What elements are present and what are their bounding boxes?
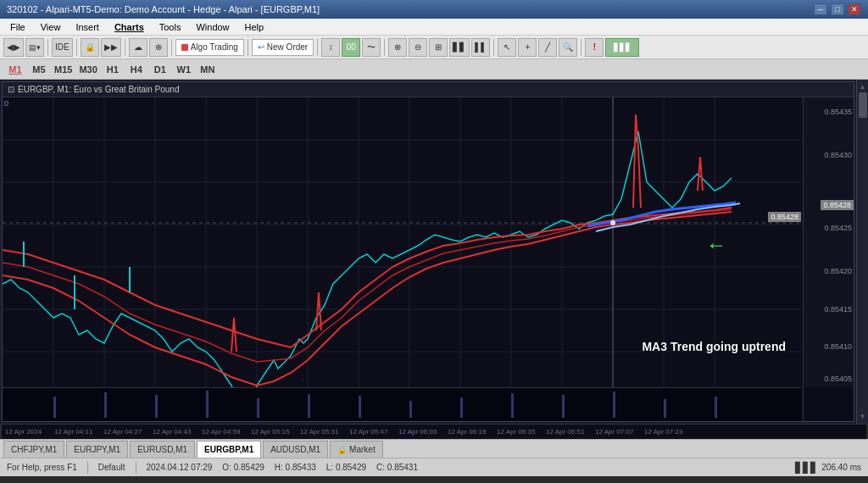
tab-eurjpy[interactable]: EURJPY,M1 [66, 441, 128, 458]
price-label-highlight: 0.85428 [821, 200, 854, 210]
status-close: C: 0.85431 [376, 463, 418, 472]
status-open: O: 0.85429 [222, 463, 264, 472]
scroll-up-btn[interactable]: ▲ [860, 83, 866, 91]
tf-m15[interactable]: M15 [51, 61, 75, 78]
title-bar: 320102 - Alpari-MT5-Demo: Demo Account -… [0, 0, 868, 19]
scroll-down-btn[interactable]: ▼ [860, 413, 866, 420]
time-label-11: 12 Apr 06:51 [546, 428, 595, 436]
close-button[interactable]: ✕ [848, 3, 861, 15]
price-label-1: 0.85435 [824, 108, 852, 116]
sep7 [384, 39, 385, 56]
time-label-10: 12 Apr 06:35 [497, 428, 546, 436]
tab-eurusd[interactable]: EURUSD,M1 [130, 441, 195, 458]
time-label-9: 12 Apr 06:19 [448, 428, 497, 436]
tf-mn[interactable]: MN [196, 61, 220, 78]
scroll-thumb[interactable] [859, 92, 867, 118]
current-price-marker: 0.85428 [768, 212, 801, 222]
sep6 [317, 39, 318, 56]
menu-file[interactable]: File [3, 19, 32, 35]
maximize-button[interactable]: □ [831, 3, 844, 15]
alert-btn[interactable]: ! [585, 38, 604, 57]
menu-charts[interactable]: Charts [108, 19, 151, 35]
time-label-13: 12 Apr 07:23 [644, 428, 693, 436]
tf-h1[interactable]: H1 [101, 61, 125, 78]
title-bar-text: 320102 - Alpari-MT5-Demo: Demo Account -… [7, 4, 320, 14]
time-label-0: 12 Apr 2024 [5, 428, 54, 436]
bar-btn[interactable]: ▌▌ [471, 38, 490, 57]
status-high: H: 0.85433 [275, 463, 316, 472]
sep9 [581, 39, 581, 56]
tf-h4[interactable]: H4 [125, 61, 148, 78]
lock-tab-icon: 🔒 [337, 446, 347, 454]
time-label-6: 12 Apr 05:31 [300, 428, 349, 436]
algo-indicator [181, 44, 188, 51]
plus-btn[interactable]: + [518, 38, 537, 57]
algo-trading-button[interactable]: Algo Trading [175, 39, 244, 56]
tab-eurgbp[interactable]: EURGBP,M1 [197, 441, 261, 458]
cloud-button[interactable]: ☁ [129, 38, 147, 57]
menu-help[interactable]: Help [238, 19, 271, 35]
minimize-button[interactable]: ─ [814, 3, 827, 15]
ide-button[interactable]: IDE [52, 38, 73, 57]
cursor-btn[interactable]: ↖ [498, 38, 516, 57]
status-datetime: 2024.04.12 07:29 [147, 463, 213, 472]
tf-d1[interactable]: D1 [148, 61, 172, 78]
indicator-scale [803, 387, 854, 421]
tf-m1[interactable]: M1 [3, 61, 27, 78]
volume-chart-icon: ▋▋▋ [795, 462, 818, 474]
time-label-5: 12 Apr 05:15 [251, 428, 300, 436]
svg-rect-35 [511, 393, 514, 418]
status-sep1 [87, 462, 88, 474]
back-forward-btn[interactable]: ◀▶ [3, 38, 24, 57]
zoom-out-btn[interactable]: ⊖ [409, 38, 427, 57]
indicator-panel [3, 387, 801, 421]
menu-insert[interactable]: Insert [69, 19, 106, 35]
chart-panel[interactable]: ⊡ EURGBP, M1: Euro vs Great Britain Poun… [2, 81, 854, 422]
00-btn[interactable]: 00 [342, 38, 360, 57]
market-tab-label: Market [349, 445, 376, 454]
menu-view[interactable]: View [34, 19, 68, 35]
tf-w1[interactable]: W1 [172, 61, 196, 78]
svg-rect-36 [562, 395, 565, 418]
status-help: For Help, press F1 [7, 463, 77, 472]
tab-audusd[interactable]: AUDUSD,M1 [263, 441, 328, 458]
chart-canvas[interactable]: 0 [3, 97, 854, 421]
algo-label: Algo Trading [191, 42, 238, 52]
search-btn[interactable]: 🔍 [559, 38, 577, 57]
svg-rect-27 [104, 392, 107, 418]
tf-m30[interactable]: M30 [75, 61, 100, 78]
price-label-4: 0.85420 [824, 267, 852, 275]
wave-btn[interactable]: 〜 [362, 38, 381, 57]
svg-rect-37 [613, 391, 615, 418]
vol-btn[interactable]: ▋▋ [449, 38, 470, 57]
new-order-button[interactable]: ↩ New Order [252, 39, 314, 56]
tf-m5[interactable]: M5 [27, 61, 51, 78]
timeframe-bar: M1 M5 M15 M30 H1 H4 D1 W1 MN [0, 59, 868, 80]
tab-chfjpy[interactable]: CHFJPY,M1 [3, 441, 64, 458]
menu-window[interactable]: Window [189, 19, 236, 35]
right-scroll-panel[interactable]: ▲ ▼ [856, 80, 868, 424]
window-controls: ─ □ ✕ [814, 3, 861, 15]
svg-rect-38 [664, 399, 666, 418]
line-btn[interactable]: ╱ [538, 38, 557, 57]
svg-rect-30 [257, 398, 259, 418]
green-arrow-icon: ← [706, 233, 726, 257]
grid-btn[interactable]: ⊞ [429, 38, 448, 57]
svg-rect-33 [409, 401, 412, 418]
play-button[interactable]: ▶▶ [101, 38, 121, 57]
tab-market[interactable]: 🔒 Market [330, 441, 383, 458]
lock-button[interactable]: 🔒 [81, 38, 99, 57]
chart-svg [3, 97, 801, 387]
sort-btn[interactable]: ↕ [321, 38, 340, 57]
sep4 [171, 39, 172, 56]
svg-point-25 [610, 220, 615, 225]
svg-rect-26 [53, 397, 56, 418]
sep3 [125, 39, 125, 56]
circle-button[interactable]: ⊕ [149, 38, 168, 57]
time-label-2: 12 Apr 04:27 [103, 428, 153, 436]
chart-display-btn[interactable]: ▋▋▋ [605, 38, 639, 57]
chart-type-dropdown[interactable]: ▤▾ [25, 38, 44, 57]
svg-rect-34 [460, 397, 463, 418]
zoom-in-btn[interactable]: ⊕ [388, 38, 407, 57]
menu-tools[interactable]: Tools [153, 19, 188, 35]
